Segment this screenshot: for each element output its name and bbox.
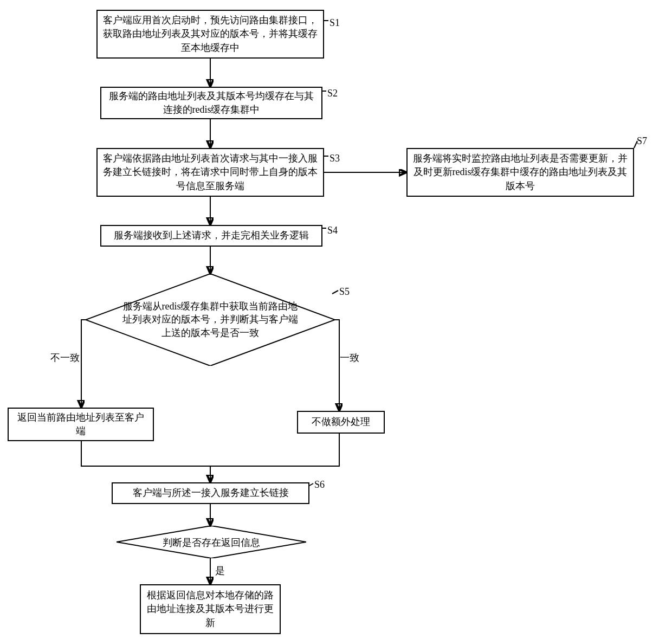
decision-2-text: 判断是否存在返回信息 xyxy=(117,536,306,549)
step-s3-label: S3 xyxy=(329,153,340,164)
step-s4-text: 服务端接收到上述请求，并走完相关业务逻辑 xyxy=(114,229,309,242)
step-s1-label: S1 xyxy=(329,17,340,29)
step-s6-box: 客户端与所述一接入服务建立长链接 xyxy=(112,482,309,504)
step-s7-label: S7 xyxy=(637,135,647,147)
result-return-list-text: 返回当前路由地址列表至客户端 xyxy=(14,411,147,438)
decision-s5-diamond: 服务端从redis缓存集群中获取当前路由地址列表对应的版本号，并判断其与客户端上… xyxy=(86,274,335,366)
final-step-text: 根据返回信息对本地存储的路由地址连接及其版本号进行更新 xyxy=(146,589,274,630)
step-s2-label: S2 xyxy=(327,88,338,99)
step-s7-text: 服务端将实时监控路由地址列表是否需要更新，并及时更新redis缓存集群中缓存的路… xyxy=(413,152,628,193)
decision-s5-text: 服务端从redis缓存集群中获取当前路由地址列表对应的版本号，并判断其与客户端上… xyxy=(86,300,335,339)
decision-2-diamond: 判断是否存在返回信息 xyxy=(117,526,306,558)
step-s4-box: 服务端接收到上述请求，并走完相关业务逻辑 xyxy=(100,225,322,247)
step-s3-text: 客户端依据路由地址列表首次请求与其中一接入服务建立长链接时，将在请求中同时带上自… xyxy=(103,152,318,193)
branch-yes: 是 xyxy=(215,564,225,577)
step-s6-label: S6 xyxy=(314,479,325,490)
branch-no-match: 不一致 xyxy=(50,351,80,364)
step-s7-box: 服务端将实时监控路由地址列表是否需要更新，并及时更新redis缓存集群中缓存的路… xyxy=(406,148,634,197)
step-s2-text: 服务端的路由地址列表及其版本号均缓存在与其连接的redis缓存集群中 xyxy=(107,89,316,117)
step-s1-text: 客户端应用首次启动时，预先访问路由集群接口，获取路由地址列表及其对应的版本号，并… xyxy=(103,14,318,55)
branch-match: 一致 xyxy=(340,351,359,364)
step-s4-label: S4 xyxy=(327,225,338,236)
step-s2-box: 服务端的路由地址列表及其版本号均缓存在与其连接的redis缓存集群中 xyxy=(100,87,322,119)
step-s3-box: 客户端依据路由地址列表首次请求与其中一接入服务建立长链接时，将在请求中同时带上自… xyxy=(96,148,324,197)
step-s1-box: 客户端应用首次启动时，预先访问路由集群接口，获取路由地址列表及其对应的版本号，并… xyxy=(96,10,324,59)
step-s6-text: 客户端与所述一接入服务建立长链接 xyxy=(133,486,289,500)
svg-line-17 xyxy=(309,483,313,486)
result-return-list-box: 返回当前路由地址列表至客户端 xyxy=(8,408,154,441)
result-no-extra-text: 不做额外处理 xyxy=(312,415,370,429)
result-no-extra-box: 不做额外处理 xyxy=(297,411,385,434)
step-s5-label: S5 xyxy=(339,286,350,298)
final-step-box: 根据返回信息对本地存储的路由地址连接及其版本号进行更新 xyxy=(140,584,281,634)
